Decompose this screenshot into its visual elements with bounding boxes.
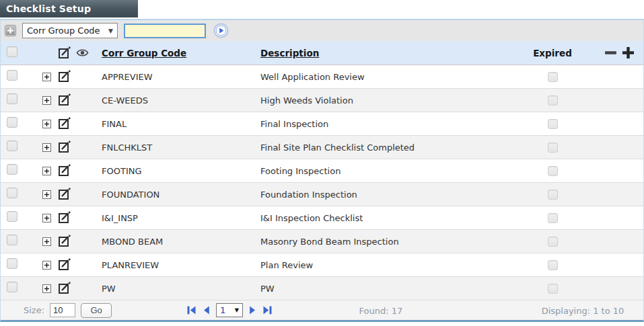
expired-checkbox[interactable] bbox=[548, 166, 558, 176]
plus-icon[interactable] bbox=[621, 46, 635, 60]
page-title: Checklist Setup bbox=[0, 0, 138, 17]
sort-description-header[interactable]: Description bbox=[260, 48, 319, 58]
description-cell: I&I Inspection Checklist bbox=[260, 213, 519, 223]
expand-row-icon[interactable] bbox=[42, 96, 51, 105]
expand-row-icon[interactable] bbox=[42, 190, 51, 199]
displaying-range: Displaying: 1 to 10 bbox=[519, 305, 644, 315]
edit-row-icon[interactable] bbox=[58, 164, 71, 177]
expand-row-icon[interactable] bbox=[42, 120, 51, 128]
page-size-input[interactable] bbox=[50, 303, 75, 317]
expand-row-icon[interactable] bbox=[42, 73, 51, 81]
expired-checkbox[interactable] bbox=[548, 190, 558, 200]
table-row: PLANREVIEW Plan Review bbox=[1, 253, 643, 277]
row-select-checkbox[interactable] bbox=[7, 117, 17, 128]
row-select-checkbox[interactable] bbox=[7, 188, 17, 198]
expand-row-icon[interactable] bbox=[42, 167, 51, 175]
description-cell: Final Inspection bbox=[260, 119, 519, 129]
add-button[interactable] bbox=[5, 25, 16, 36]
eye-icon[interactable] bbox=[76, 48, 89, 57]
edit-row-icon[interactable] bbox=[58, 258, 71, 272]
edit-row-icon[interactable] bbox=[58, 117, 71, 130]
description-cell: Foundation Inspection bbox=[260, 190, 519, 200]
description-cell: PW bbox=[260, 284, 519, 294]
expired-checkbox[interactable] bbox=[548, 95, 558, 106]
table-row: FOOTING Footing Inspection bbox=[1, 159, 643, 183]
corr-group-code-cell: FOUNDATION bbox=[100, 190, 260, 200]
expired-header: Expired bbox=[533, 48, 572, 58]
corr-group-code-cell: PLANREVIEW bbox=[100, 260, 260, 270]
previous-page-icon[interactable] bbox=[202, 305, 211, 315]
row-select-checkbox[interactable] bbox=[7, 70, 17, 81]
description-cell: Well Application Review bbox=[260, 72, 519, 82]
checklist-panel: Corr Group Code ▼ bbox=[0, 19, 644, 322]
table-row: APPREVIEW Well Application Review bbox=[1, 65, 643, 89]
expired-checkbox[interactable] bbox=[548, 72, 558, 82]
minus-icon[interactable] bbox=[604, 46, 618, 60]
description-cell: Footing Inspection bbox=[260, 166, 519, 176]
submit-search-button[interactable] bbox=[213, 23, 229, 38]
corr-group-code-cell: FNLCHKLST bbox=[100, 142, 260, 153]
next-page-icon[interactable] bbox=[248, 305, 257, 315]
first-page-icon[interactable] bbox=[186, 305, 196, 315]
row-select-checkbox[interactable] bbox=[7, 164, 17, 175]
expand-row-icon[interactable] bbox=[42, 261, 51, 270]
expand-row-icon[interactable] bbox=[42, 237, 51, 246]
table-row: PW PW bbox=[1, 277, 643, 300]
row-select-checkbox[interactable] bbox=[7, 140, 17, 151]
sort-corr-group-code-header[interactable]: Corr Group Code bbox=[102, 48, 186, 58]
edit-row-icon[interactable] bbox=[58, 70, 71, 83]
last-page-icon[interactable] bbox=[262, 305, 273, 315]
row-select-checkbox[interactable] bbox=[7, 211, 17, 222]
page-select[interactable]: 1 ▼ bbox=[216, 303, 243, 317]
table-row: FINAL Final Inspection bbox=[1, 112, 643, 136]
description-cell: Final Site Plan Checklist Completed bbox=[260, 142, 519, 153]
table-row: CE-WEEDS High Weeds Violation bbox=[1, 89, 643, 112]
pagination-bar: Size: Go 1 ▼ bbox=[1, 300, 643, 320]
row-select-checkbox[interactable] bbox=[7, 282, 17, 292]
checklist-setup-page: Checklist Setup Corr Group Code ▼ bbox=[0, 0, 644, 326]
row-select-checkbox[interactable] bbox=[7, 258, 17, 269]
edit-row-icon[interactable] bbox=[58, 188, 71, 201]
corr-group-code-cell: CE-WEEDS bbox=[100, 95, 260, 106]
size-label: Size: bbox=[24, 305, 44, 315]
current-page-value: 1 bbox=[220, 305, 225, 315]
edit-icon[interactable] bbox=[58, 46, 71, 60]
row-select-checkbox[interactable] bbox=[7, 93, 17, 104]
found-count: Found: 17 bbox=[317, 305, 445, 315]
search-field-select[interactable]: Corr Group Code ▼ bbox=[22, 23, 118, 38]
edit-row-icon[interactable] bbox=[58, 235, 71, 248]
page-title-label: Checklist Setup bbox=[6, 3, 91, 14]
expired-checkbox[interactable] bbox=[548, 284, 558, 294]
expand-row-icon[interactable] bbox=[42, 284, 51, 293]
corr-group-code-cell: PW bbox=[100, 284, 260, 294]
table-header-row: Corr Group Code Description Expired bbox=[1, 41, 643, 65]
chevron-down-icon: ▼ bbox=[108, 28, 113, 34]
description-cell: Masonry Bond Beam Inspection bbox=[260, 237, 519, 247]
chevron-down-icon: ▼ bbox=[235, 307, 239, 313]
circle-arrow-right-icon bbox=[213, 23, 229, 38]
row-select-checkbox[interactable] bbox=[7, 235, 17, 245]
plus-icon bbox=[7, 28, 13, 34]
search-input[interactable] bbox=[124, 24, 206, 38]
edit-row-icon[interactable] bbox=[58, 140, 71, 154]
expired-checkbox[interactable] bbox=[548, 260, 558, 270]
page-size-group: Size: Go bbox=[24, 300, 112, 320]
expand-row-icon[interactable] bbox=[42, 214, 51, 222]
edit-row-icon[interactable] bbox=[58, 282, 71, 295]
expired-checkbox[interactable] bbox=[548, 119, 558, 129]
expired-checkbox[interactable] bbox=[548, 142, 558, 153]
corr-group-code-cell: APPREVIEW bbox=[100, 72, 260, 82]
page-size-go-button[interactable]: Go bbox=[81, 303, 112, 318]
description-cell: Plan Review bbox=[260, 260, 519, 270]
expand-row-icon[interactable] bbox=[42, 143, 51, 152]
expired-checkbox[interactable] bbox=[548, 213, 558, 223]
pager-controls: 1 ▼ bbox=[186, 300, 273, 320]
corr-group-code-cell: MBOND BEAM bbox=[100, 237, 260, 247]
corr-group-code-cell: I&I_INSP bbox=[100, 213, 260, 223]
edit-row-icon[interactable] bbox=[58, 93, 71, 107]
corr-group-code-cell: FINAL bbox=[100, 119, 260, 129]
search-field-value: Corr Group Code bbox=[27, 26, 106, 36]
edit-row-icon[interactable] bbox=[58, 211, 71, 225]
select-all-checkbox[interactable] bbox=[7, 46, 17, 57]
expired-checkbox[interactable] bbox=[548, 237, 558, 247]
